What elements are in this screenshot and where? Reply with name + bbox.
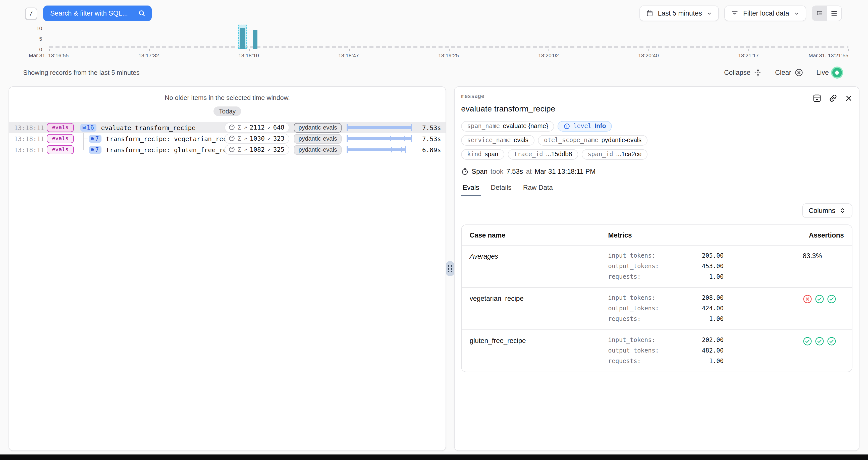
histogram-bar[interactable]: [253, 30, 258, 49]
duration-text: 7.53s: [412, 124, 441, 131]
child-count: 16: [87, 124, 94, 131]
info-icon: [564, 123, 570, 129]
table-row[interactable]: gluten_free_recipe input_tokens:202.00 o…: [462, 329, 852, 372]
x-tick-label: 13:20:02: [538, 52, 559, 58]
x-axis-labels: Mar 31. 13:16:5513:17:3213:18:1013:18:47…: [49, 52, 848, 61]
tokens-out-icon: ↙: [267, 135, 271, 142]
chip-kind[interactable]: kind span: [461, 149, 504, 160]
case-name: gluten_free_recipe: [470, 336, 608, 344]
metrics-cell: input_tokens:205.00 output_tokens:453.00…: [608, 252, 796, 280]
tokens-in-value: 1082: [250, 145, 265, 153]
tab-raw-data[interactable]: Raw Data: [522, 184, 554, 196]
duration-bar: [347, 122, 412, 133]
y-tick-label: 0: [39, 46, 42, 52]
x-axis-tick: [848, 49, 849, 51]
records-histogram[interactable]: 10 5 0 Mar 31. 13:16:5513:17:3213:18:101…: [25, 26, 848, 61]
chip-service-name[interactable]: service_name evals: [461, 135, 534, 145]
histogram-plot-area[interactable]: [49, 26, 848, 49]
search-button[interactable]: Search & filter with SQL...: [43, 5, 152, 21]
case-name: vegetarian_recipe: [470, 294, 608, 302]
dock-panel-icon[interactable]: [813, 94, 821, 102]
tab-details[interactable]: Details: [490, 184, 513, 196]
trace-row[interactable]: 13:18:11 evals ⊟ 16 evaluate transform_r…: [9, 122, 445, 133]
slash-shortcut-key: /: [25, 7, 37, 19]
chevron-down-icon: [707, 10, 713, 16]
assertion-percentage: 83.3%: [803, 252, 822, 260]
live-indicator-icon: [832, 68, 842, 77]
table-row[interactable]: Averages input_tokens:205.00 output_toke…: [462, 245, 852, 287]
trace-row[interactable]: 13:18:11 evals ⊞ 7 transform_recipe: veg…: [9, 133, 445, 144]
x-axis-tick: [549, 49, 549, 51]
x-tick-label: Mar 31. 13:21:55: [808, 52, 848, 58]
x-tick-label: 13:18:10: [238, 52, 259, 58]
assertion-pass-icon: [803, 336, 812, 346]
x-axis-tick: [49, 49, 50, 51]
collapse-button[interactable]: Collapse: [724, 69, 762, 76]
duration-bar: [347, 133, 412, 144]
metrics-cell: input_tokens:208.00 output_tokens:424.00…: [608, 294, 796, 322]
trace-row[interactable]: 13:18:11 evals ⊞ 7 transform_recipe: glu…: [9, 144, 445, 155]
col-metrics: Metrics: [608, 231, 796, 239]
row-timestamp: 13:18:11: [14, 135, 43, 142]
duration-tick: [401, 147, 402, 153]
status-row: Showing records from the last 5 minutes …: [23, 68, 842, 77]
copy-link-icon[interactable]: [829, 94, 837, 102]
coin-icon: [228, 146, 235, 153]
chip-level[interactable]: level Info: [558, 121, 612, 132]
assertion-pass-icon: [815, 294, 824, 304]
service-badge: evals: [47, 145, 74, 154]
live-toggle-button[interactable]: Live: [816, 68, 842, 77]
x-axis-tick: [449, 49, 449, 51]
tokens-in-icon: ↗: [244, 124, 247, 131]
scope-tag[interactable]: pydantic-evals: [294, 134, 342, 143]
expand-toggle[interactable]: ⊞ 7: [89, 135, 101, 142]
histogram-bar[interactable]: [240, 27, 245, 49]
collapse-minus-icon: ⊟: [82, 124, 86, 131]
coin-icon: [228, 124, 235, 131]
empty-buckets-dashes: [49, 46, 848, 48]
filter-local-data-dropdown[interactable]: Filter local data: [724, 5, 806, 21]
chip-trace-id[interactable]: trace_id ...15ddb8: [508, 149, 578, 160]
splitter-drag-handle[interactable]: [446, 261, 454, 276]
clear-button[interactable]: Clear: [775, 68, 803, 77]
x-tick-label: 13:20:40: [638, 52, 659, 58]
filter-lines-icon: [731, 9, 739, 17]
duration-text: 6.89s: [412, 146, 441, 154]
trace-list-panel[interactable]: No older items in the selected time wind…: [8, 86, 446, 451]
chip-span-name[interactable]: span_name evaluate {name}: [461, 121, 554, 132]
scope-tag[interactable]: pydantic-evals: [294, 145, 342, 155]
token-usage-pill[interactable]: Σ ↗ 1030 ↙ 323: [224, 134, 289, 144]
assertions-cell: 83.3%: [803, 252, 844, 260]
chevrons-up-down-icon: [839, 207, 846, 214]
token-usage-pill[interactable]: Σ ↗ 1082 ↙ 325: [224, 144, 289, 155]
token-usage-pill[interactable]: Σ ↗ 2112 ↙ 648: [224, 123, 289, 133]
tokens-out-icon: ↙: [267, 124, 271, 131]
row-timestamp: 13:18:11: [14, 124, 43, 131]
expand-toggle[interactable]: ⊟ 16: [81, 124, 96, 131]
tab-evals[interactable]: Evals: [462, 184, 480, 196]
span-title: evaluate transform_recipe: [461, 104, 852, 113]
time-range-dropdown[interactable]: Last 5 minutes: [639, 5, 719, 21]
expand-plus-icon: ⊞: [91, 135, 94, 142]
list-view-toggle[interactable]: [827, 6, 841, 21]
columns-button[interactable]: Columns: [802, 203, 852, 218]
child-count: 7: [95, 146, 99, 153]
expand-toggle[interactable]: ⊞ 7: [89, 146, 101, 154]
table-row[interactable]: vegetarian_recipe input_tokens:208.00 ou…: [462, 287, 852, 329]
sigma-icon: Σ: [238, 124, 241, 131]
x-axis-tick: [748, 49, 749, 51]
view-mode-toggle: [812, 5, 842, 21]
close-icon[interactable]: [845, 94, 852, 102]
x-tick-label: 13:17:32: [138, 52, 159, 58]
detail-tabs: Evals Details Raw Data: [461, 184, 852, 196]
x-tick-label: Mar 31. 13:16:55: [29, 52, 69, 58]
sigma-icon: Σ: [238, 146, 241, 153]
scope-tag[interactable]: pydantic-evals: [294, 123, 342, 132]
chip-otel-scope-name[interactable]: otel_scope_name pydantic-evals: [538, 135, 648, 145]
tree-view-toggle[interactable]: [812, 6, 827, 21]
logfire-live-view: / Search & filter with SQL... Last 5 min…: [0, 0, 868, 460]
tokens-out-value: 325: [273, 145, 284, 153]
chip-span-id[interactable]: span_id ...1ca2ce: [582, 149, 648, 160]
search-button-label: Search & filter with SQL...: [50, 9, 128, 17]
span-name: transform_recipe: gluten_free_recipe: [106, 146, 225, 154]
